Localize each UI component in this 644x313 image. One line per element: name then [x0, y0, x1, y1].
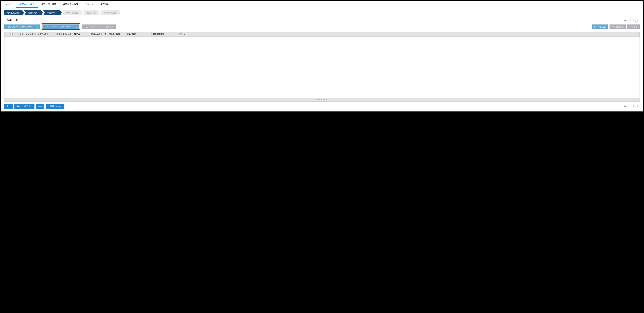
hold-note-button[interactable]: ご留意ください	[46, 104, 64, 109]
nav-tab-warranty-status[interactable]: 保証状況の確認	[60, 1, 82, 8]
step-label: オーダー確認	[104, 12, 116, 14]
pager-first-icon[interactable]: ⏮	[316, 99, 318, 101]
step-label: カートを確認	[66, 12, 78, 14]
nav-tab-create-repair-order[interactable]: 修理注文の作成	[16, 1, 38, 8]
nav-tab-asset[interactable]: アセット	[82, 1, 97, 8]
step-check-cart: カートを確認	[62, 10, 81, 16]
col-header-serial[interactable]: シリアル番号	[36, 32, 54, 37]
step-confirm-order: オーダー確認	[100, 10, 119, 16]
col-header-customer-ref[interactable]: 顧客整理番号	[152, 32, 177, 37]
data-table: ステータス フラグを シリアル番号 シリアル番号があり 商品名 不具合のカテゴリ…	[4, 32, 640, 102]
download-template-button[interactable]: 1.テンプレートをダウンロードする	[4, 24, 40, 29]
record-count-top: レコードなし	[624, 19, 640, 22]
pager-last-icon[interactable]: ⏭	[326, 99, 328, 101]
col-header-fault-category[interactable]: 不具合のカテゴリー	[90, 32, 108, 37]
back-button[interactable]: 戻る	[4, 104, 12, 109]
stepper: 返却先の詳細 製品を追加 一括ロード カートを確認 支払詳細 オーダー確認	[1, 8, 643, 16]
section-header: 一括ロード レコードなし	[1, 16, 643, 22]
action-row: 1.テンプレートをダウンロードする 2. CSVファイルをアップロードする 3.…	[1, 22, 643, 32]
step-label: 一括ロード	[47, 12, 57, 14]
nav-tab-home[interactable]: ホーム	[3, 1, 16, 8]
pager: ⏮ ◀◀ ▶▶ ⏭	[4, 98, 640, 102]
col-header-product[interactable]: 商品名	[73, 32, 90, 37]
save-button[interactable]: 保存する	[628, 24, 640, 29]
step-payment: 支払詳細	[83, 10, 98, 16]
step-return-detail[interactable]: 返却先の詳細	[4, 10, 22, 16]
save-exit-button[interactable]: 保存して終了する	[14, 104, 34, 109]
nav-tabs: ホーム 修理注文の作成 修理状況の確認 保証状況の確認 アセット 保守契約	[1, 1, 643, 8]
step-add-product[interactable]: 製品を追加	[24, 10, 41, 16]
col-header-issue-desc[interactable]: 問題の説明	[126, 32, 152, 37]
col-header-fault-detail[interactable]: 不具合の詳細	[108, 32, 126, 37]
record-count-bottom: レコードなし	[624, 105, 640, 108]
step-bulk-load[interactable]: 一括ロード	[43, 10, 60, 16]
step-label: 製品を追加	[28, 12, 38, 14]
col-header-error-note[interactable]: エラーノート	[177, 32, 640, 37]
nav-tab-repair-status[interactable]: 修理状況の確認	[38, 1, 60, 8]
table-empty-body	[4, 37, 640, 98]
select-all-checkbox[interactable]	[10, 33, 12, 35]
delete-row-button[interactable]: 行を削除する	[610, 24, 626, 29]
step-label: 支払詳細	[87, 12, 95, 14]
app-window: ホーム 修理注文の作成 修理状況の確認 保証状況の確認 アセット 保守契約 返却…	[1, 1, 643, 112]
upload-csv-button[interactable]: 2. CSVファイルをアップロードする	[43, 24, 79, 29]
col-header-status-flag[interactable]: ステータス フラグを	[18, 32, 36, 37]
next-button[interactable]: 次へ	[36, 104, 44, 109]
step-label: 返却先の詳細	[7, 12, 19, 14]
nav-tab-contract[interactable]: 保守契約	[97, 1, 112, 8]
page-title: 一括ロード	[4, 18, 18, 22]
import-data-button[interactable]: 3.注文のためにデータを読み込む	[82, 24, 116, 29]
footer-bar: 戻る 保存して終了する 次へ ご留意ください レコードなし	[1, 102, 643, 112]
highlighted-upload-step: 2. CSVファイルをアップロードする	[42, 24, 80, 30]
pager-next-icon[interactable]: ▶▶	[322, 99, 325, 101]
col-header-checkbox[interactable]	[4, 32, 18, 37]
col-header-serial-exist[interactable]: シリアル番号があり	[54, 32, 73, 37]
add-line-button[interactable]: ラインを追加	[592, 24, 608, 29]
pager-prev-icon[interactable]: ◀◀	[319, 99, 322, 101]
